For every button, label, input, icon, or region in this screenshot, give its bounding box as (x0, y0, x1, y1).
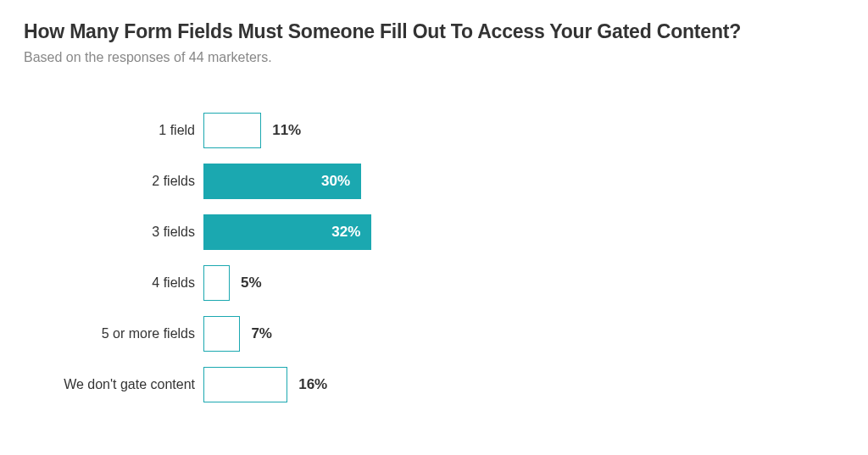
bar-track: 11% (203, 113, 844, 148)
bar-value: 30% (321, 173, 350, 190)
bar-track: 7% (203, 316, 844, 352)
bar-chart: 1 field 11% 2 fields 30% 3 fields 32% 4 … (24, 113, 844, 402)
bar-track: 5% (203, 265, 844, 301)
bar-label: We don't gate content (24, 377, 203, 392)
bar-row: 4 fields 5% (24, 265, 844, 301)
bar-value: 7% (251, 325, 272, 342)
bar-row: We don't gate content 16% (24, 367, 844, 402)
bar: 32% (203, 214, 371, 250)
bar-row: 1 field 11% (24, 113, 844, 148)
bar-value: 32% (331, 224, 360, 241)
bar-label: 4 fields (24, 275, 203, 291)
bar: 5% (203, 265, 230, 301)
bar-value: 11% (272, 122, 301, 139)
bar: 30% (203, 164, 361, 199)
bar-value: 16% (298, 376, 327, 393)
bar: 11% (203, 113, 261, 148)
bar-row: 3 fields 32% (24, 214, 844, 250)
bar-track: 16% (203, 367, 844, 402)
bar-label: 5 or more fields (24, 326, 203, 341)
bar-row: 5 or more fields 7% (24, 316, 844, 352)
bar-track: 32% (203, 214, 844, 250)
chart-subtitle: Based on the responses of 44 marketers. (24, 50, 844, 65)
bar-label: 2 fields (24, 174, 203, 189)
bar-label: 3 fields (24, 225, 203, 240)
bar: 16% (203, 367, 287, 402)
bar-value: 5% (241, 275, 262, 291)
bar-row: 2 fields 30% (24, 164, 844, 199)
chart-title: How Many Form Fields Must Someone Fill O… (24, 20, 844, 43)
bar-label: 1 field (24, 123, 203, 138)
bar-track: 30% (203, 164, 844, 199)
bar: 7% (203, 316, 240, 352)
